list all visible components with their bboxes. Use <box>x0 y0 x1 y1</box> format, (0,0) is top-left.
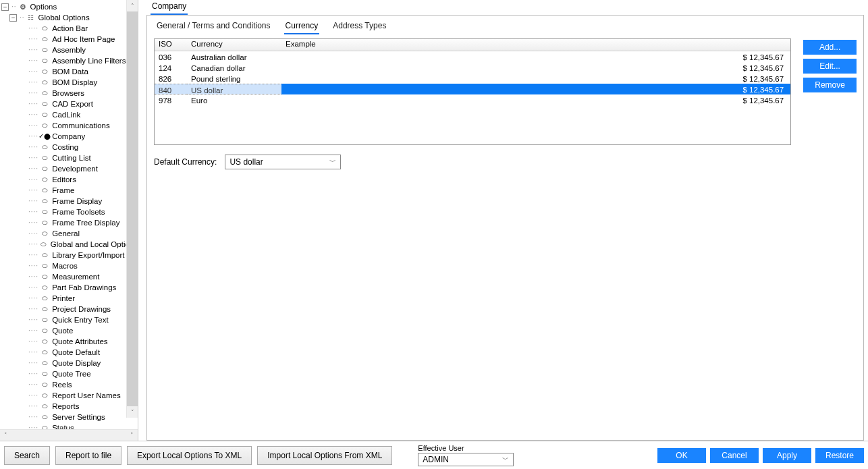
scroll-thumb[interactable] <box>127 11 138 406</box>
option-icon: ⬭ <box>40 250 49 260</box>
tree-item[interactable]: ····⬭Browsers <box>0 88 138 99</box>
tree-item[interactable]: ····⬭CAD Export <box>0 99 138 109</box>
sub-tab[interactable]: General / Terms and Conditions <box>155 21 272 34</box>
tree-connector: ···· <box>28 250 38 260</box>
cell-iso: 124 <box>155 62 187 73</box>
tree-item[interactable]: ····⬭Macros <box>0 260 138 271</box>
tree-item[interactable]: ····⬭Assembly <box>0 45 138 55</box>
tree-item[interactable]: ····✓⬤Company <box>0 131 138 142</box>
remove-button[interactable]: Remove <box>803 78 857 92</box>
tree-item[interactable]: ····⬭Quote Tree <box>0 368 138 379</box>
add-button[interactable]: Add... <box>803 40 857 55</box>
tree-item-label: Cutting List <box>52 153 91 163</box>
edit-button[interactable]: Edit... <box>803 59 857 74</box>
tree-item[interactable]: ····⬭Frame Toolsets <box>0 206 138 217</box>
col-header-iso[interactable]: ISO <box>155 39 187 51</box>
tree-item[interactable]: ····⬭Quote <box>0 325 138 336</box>
search-button[interactable]: Search <box>4 446 50 465</box>
tree-connector: ···· <box>28 401 38 412</box>
tree-item[interactable]: ····⬭Status <box>0 422 138 429</box>
tree-connector: ···· <box>28 314 38 325</box>
ok-button[interactable]: OK <box>657 448 706 463</box>
table-row[interactable]: 840US dollar$ 12,345.67 <box>155 84 790 94</box>
tree-item[interactable]: ····⬭Costing <box>0 142 138 153</box>
col-header-example[interactable]: Example <box>281 39 790 51</box>
tree-connector: ···· <box>28 34 38 45</box>
default-currency-combo[interactable]: US dollar ﹀ <box>225 155 341 169</box>
tree-item[interactable]: ····⬭Report User Names <box>0 390 138 401</box>
tree-item-label: Action Bar <box>52 23 88 34</box>
tree-item[interactable]: ····⬭CadLink <box>0 109 138 120</box>
tree-item[interactable]: ····⬭Library Export/Import <box>0 250 138 260</box>
vertical-scrollbar[interactable]: ˄ ˅ <box>126 0 138 418</box>
scroll-up-icon[interactable]: ˄ <box>127 0 138 11</box>
scroll-left-icon[interactable]: ˂ <box>0 430 11 441</box>
sub-tab[interactable]: Currency <box>284 21 320 34</box>
export-options-button[interactable]: Export Local Options To XML <box>127 446 252 465</box>
sub-tab[interactable]: Address Types <box>331 21 387 34</box>
horizontal-scrollbar[interactable]: ˂ ˃ <box>0 429 138 441</box>
tree-item[interactable]: ····⬭Reports <box>0 401 138 412</box>
tree-item[interactable]: ····⬭Quick Entry Text <box>0 314 138 325</box>
tree-connector: ···· <box>28 77 38 88</box>
chevron-down-icon: ﹀ <box>502 455 509 464</box>
cell-currency: US dollar <box>187 84 281 94</box>
default-currency-label: Default Currency: <box>154 157 217 167</box>
scroll-right-icon[interactable]: ˃ <box>126 430 138 441</box>
tree-connector: ···· <box>28 131 38 142</box>
effective-user-combo[interactable]: ADMIN ﹀ <box>418 453 514 466</box>
tree-item[interactable]: ····⬭BOM Display <box>0 77 138 88</box>
tree-item[interactable]: ····⬭BOM Data <box>0 66 138 77</box>
tree-item[interactable]: ····⬭Cutting List <box>0 153 138 163</box>
restore-button[interactable]: Restore <box>815 448 864 463</box>
tree-item-label: CAD Export <box>52 99 93 109</box>
tree-item[interactable]: ····⬭Assembly Line Filters <box>0 55 138 66</box>
tree-item[interactable]: ····⬭Project Drawings <box>0 304 138 314</box>
expander-icon[interactable]: − <box>1 3 9 11</box>
tree-item[interactable]: ····⬭Action Bar <box>0 23 138 34</box>
tree-item[interactable]: ····⬭Editors <box>0 174 138 185</box>
tree-item-label: Assembly Line Filters <box>52 55 126 66</box>
table-row[interactable]: 978Euro$ 12,345.67 <box>155 94 790 105</box>
currency-grid[interactable]: ISO Currency Example 036Australian dolla… <box>154 38 791 145</box>
tree-item[interactable]: ····⬭Frame Tree Display <box>0 217 138 228</box>
tree-item[interactable]: ····⬭Quote Display <box>0 358 138 368</box>
tree-item[interactable]: ····⬭General <box>0 228 138 239</box>
tree-connector: ···· <box>28 185 38 196</box>
expander-icon[interactable]: − <box>9 14 17 22</box>
tree-item[interactable]: ····⬭Development <box>0 163 138 174</box>
table-row[interactable]: 124Canadian dollar$ 12,345.67 <box>155 62 790 73</box>
option-icon: ⬭ <box>40 88 49 99</box>
tree-item[interactable]: ····⬭Ad Hoc Item Page <box>0 34 138 45</box>
cell-iso: 036 <box>155 51 187 62</box>
tree-item[interactable]: ····⬭Part Fab Drawings <box>0 282 138 293</box>
table-row[interactable]: 826Pound sterling$ 12,345.67 <box>155 73 790 84</box>
table-row[interactable]: 036Australian dollar$ 12,345.67 <box>155 51 790 62</box>
content-frame: General / Terms and ConditionsCurrencyAd… <box>146 15 864 441</box>
col-header-currency[interactable]: Currency <box>187 39 281 51</box>
option-icon: ⬭ <box>40 206 49 217</box>
option-icon: ⬭ <box>40 336 49 347</box>
tree-item[interactable]: ····⬭Measurement <box>0 271 138 282</box>
tree-item[interactable]: ····⬭Reels <box>0 379 138 390</box>
report-to-file-button[interactable]: Report to file <box>55 446 121 465</box>
tree-item[interactable]: ····⬭Printer <box>0 293 138 304</box>
tree-item[interactable]: ····⬭Frame Display <box>0 196 138 206</box>
option-icon: ⬭ <box>40 153 49 163</box>
import-options-button[interactable]: Import Local Options From XML <box>257 446 392 465</box>
tree-item[interactable]: ····⬭Frame <box>0 185 138 196</box>
tree-item-label: Measurement <box>52 271 99 282</box>
tree-item[interactable]: ····⬭Server Settings <box>0 412 138 422</box>
tree-item[interactable]: ····⬭Quote Default <box>0 347 138 358</box>
apply-button[interactable]: Apply <box>763 448 811 463</box>
tree-item[interactable]: ····⬭Global and Local Options <box>0 239 138 250</box>
tree-root[interactable]: − ·· ⚙ Options <box>0 1 138 12</box>
option-icon: ⬭ <box>40 412 49 422</box>
tree-connector: ···· <box>28 358 38 368</box>
top-tab[interactable]: Company <box>151 1 188 15</box>
tree-group[interactable]: − ·· ☷ Global Options <box>0 12 138 23</box>
cancel-button[interactable]: Cancel <box>710 448 759 463</box>
tree-item[interactable]: ····⬭Quote Attributes <box>0 336 138 347</box>
scroll-down-icon[interactable]: ˅ <box>127 406 138 418</box>
tree-item[interactable]: ····⬭Communications <box>0 120 138 131</box>
